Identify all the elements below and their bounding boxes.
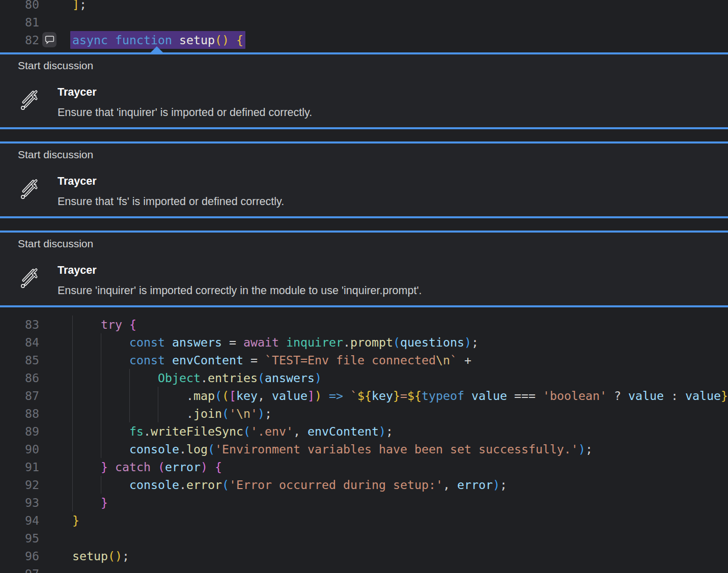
comment-message: Ensure 'inquirer' is imported correctly … [58, 284, 422, 297]
line-number-93: 93 [0, 494, 39, 511]
code-text: console.log('Environment variables have … [72, 440, 593, 458]
code-line-87: 87.map(([key, value]) => `${key}=${typeo… [0, 387, 728, 405]
code-text: fs.writeFileSync('.env', envContent); [72, 422, 393, 440]
start-discussion-label[interactable]: Start discussion [18, 238, 93, 250]
line-number-83: 83 [0, 316, 39, 333]
code-line-84: 84const answers = await inquirer.prompt(… [0, 333, 728, 351]
code-text: .join('\n'); [72, 405, 272, 422]
line-number-87: 87 [0, 387, 39, 405]
code-line-86: 86Object.entries(answers) [0, 369, 728, 387]
code-text: } [72, 511, 79, 529]
line-number-89: 89 [0, 422, 39, 440]
code-text: const answers = await inquirer.prompt(qu… [72, 333, 479, 351]
code-line-83: 83try { [0, 316, 728, 333]
code-line-95: 95 [0, 529, 728, 547]
traycer-logo-icon [20, 88, 39, 110]
code-line-97: 97 [0, 565, 728, 573]
code-text: ]; [72, 0, 87, 13]
comment-message: Ensure that 'inquirer' is imported or de… [58, 106, 312, 119]
code-text: .map(([key, value]) => `${key}=${typeof … [72, 387, 728, 405]
code-line-92: 92console.error('Error occurred during s… [0, 476, 728, 494]
code-line-85: 85const envContent = `TEST=Env file conn… [0, 351, 728, 369]
line-number-84: 84 [0, 333, 39, 351]
line-number-88: 88 [0, 405, 39, 422]
comment-author: Traycer [58, 86, 97, 99]
comment-thread-separator [0, 127, 728, 129]
start-discussion-label[interactable]: Start discussion [18, 60, 93, 72]
line-number-81: 81 [0, 13, 39, 31]
line-number-85: 85 [0, 351, 39, 369]
line-number-94: 94 [0, 511, 39, 529]
code-line-82: 82async function setup() { [0, 31, 728, 49]
line-number-97: 97 [0, 565, 39, 573]
code-line-91: 91} catch (error) { [0, 458, 728, 476]
code-line-90: 90console.log('Environment variables hav… [0, 440, 728, 458]
start-discussion-label[interactable]: Start discussion [18, 149, 93, 161]
code-text: } [72, 494, 108, 511]
traycer-logo-icon [20, 177, 39, 199]
code-text: Object.entries(answers) [72, 369, 322, 387]
line-number-86: 86 [0, 369, 39, 387]
code-review-editor: 80];8182async function setup() {83try {8… [0, 0, 728, 573]
line-number-80: 80 [0, 0, 39, 13]
line-number-91: 91 [0, 458, 39, 476]
discussion-panel-3: Start discussionTraycerEnsure 'inquirer'… [0, 233, 728, 305]
code-text: try { [72, 316, 136, 333]
thread-anchor-notch [151, 46, 163, 52]
code-text: } catch (error) { [72, 458, 222, 476]
code-text: setup(); [72, 547, 129, 565]
line-number-82: 82 [0, 31, 39, 49]
line-number-96: 96 [0, 547, 39, 565]
line-number-92: 92 [0, 476, 39, 494]
comment-thread-separator [0, 305, 728, 307]
discussion-panel-2: Start discussionTraycerEnsure that 'fs' … [0, 144, 728, 216]
line-number-90: 90 [0, 440, 39, 458]
code-text: console.error('Error occurred during set… [72, 476, 507, 494]
discussion-panel-1: Start discussionTraycerEnsure that 'inqu… [0, 54, 728, 127]
code-line-81: 81 [0, 13, 728, 31]
code-line-93: 93} [0, 494, 728, 511]
code-line-88: 88.join('\n'); [0, 405, 728, 422]
comment-author: Traycer [58, 175, 97, 188]
code-line-89: 89fs.writeFileSync('.env', envContent); [0, 422, 728, 440]
code-line-96: 96setup(); [0, 547, 728, 565]
traycer-logo-icon [20, 266, 39, 289]
comment-author: Traycer [58, 264, 97, 277]
code-text: const envContent = `TEST=Env file connec… [72, 351, 471, 369]
line-number-95: 95 [0, 529, 39, 547]
add-comment-icon[interactable] [42, 32, 57, 47]
code-line-94: 94} [0, 511, 728, 529]
comment-message: Ensure that 'fs' is imported or defined … [58, 195, 284, 208]
code-line-80: 80]; [0, 0, 728, 13]
comment-thread-separator [0, 216, 728, 218]
